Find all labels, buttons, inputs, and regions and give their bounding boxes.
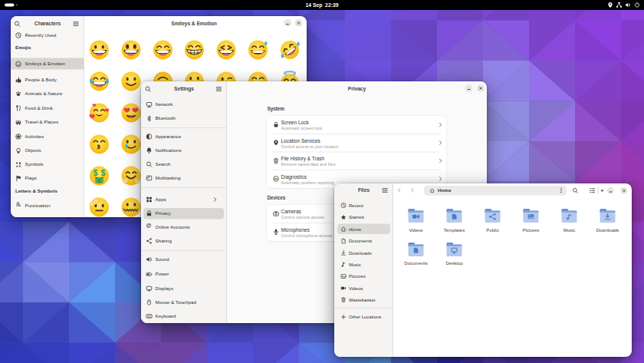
svg-text:$: $ (94, 169, 98, 177)
svg-text:$: $ (101, 169, 106, 177)
svg-text:$: $ (98, 179, 100, 183)
